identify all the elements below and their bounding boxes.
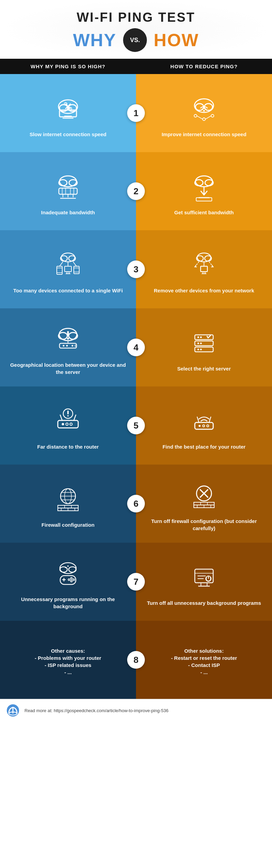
- row-6-left-label: Firewall configuration: [41, 521, 95, 528]
- row-2-left-label: Inadequate bandwidth: [41, 209, 95, 216]
- svg-point-126: [71, 578, 72, 579]
- remove-devices-icon: [187, 248, 221, 282]
- row-2-right-label: Get sufficient bandwidth: [174, 209, 234, 216]
- footer-logo: [7, 704, 19, 717]
- svg-point-95: [199, 425, 201, 427]
- svg-point-82: [200, 348, 202, 350]
- slow-connection-icon: [51, 92, 85, 126]
- many-devices-icon: [51, 248, 85, 282]
- row-8-right: Other solutions: - Restart or reset the …: [136, 621, 272, 699]
- row-8-number: 8: [127, 651, 145, 669]
- svg-point-79: [198, 342, 199, 344]
- far-router-icon: [51, 404, 85, 438]
- row-6-right: Turn off firewall configuration (but con…: [136, 465, 272, 543]
- svg-point-81: [198, 348, 199, 350]
- get-bandwidth-icon: [187, 170, 221, 204]
- row-1-number: 1: [127, 104, 145, 122]
- firewall-icon: [51, 483, 85, 517]
- svg-point-13: [203, 110, 205, 111]
- row-5-left-label: Far distance to the router: [37, 443, 99, 450]
- svg-point-130: [65, 567, 66, 568]
- svg-point-71: [72, 345, 73, 347]
- row-3-number: 3: [127, 260, 145, 278]
- row-2-number: 2: [127, 182, 145, 200]
- row-3-left: Too many devices connected to a single W…: [0, 230, 136, 308]
- svg-point-88: [70, 423, 72, 425]
- row-8-left: Other causes: - Problems with your route…: [0, 621, 136, 699]
- svg-line-85: [74, 415, 76, 420]
- row-5-right-label: Find the best place for your router: [163, 443, 245, 450]
- svg-line-17: [197, 116, 203, 119]
- row-8: Other causes: - Problems with your route…: [0, 621, 272, 699]
- svg-point-14: [194, 114, 197, 117]
- row-1-right-label: Improve internet connection speed: [162, 131, 246, 138]
- svg-rect-92: [195, 422, 213, 429]
- svg-point-128: [71, 580, 72, 582]
- row-4-right-label: Select the right server: [177, 365, 231, 372]
- improve-connection-icon: [187, 92, 221, 126]
- row-5-left: Far distance to the router: [0, 386, 136, 465]
- svg-rect-66: [67, 331, 69, 337]
- svg-rect-90: [67, 411, 69, 414]
- why-label: WHY: [73, 30, 116, 50]
- row-3: Too many devices connected to a single W…: [0, 230, 272, 308]
- svg-point-15: [203, 118, 205, 121]
- myspeed-logo: [7, 704, 19, 717]
- svg-point-97: [207, 425, 209, 427]
- row-8-right-label: Other solutions: - Restart or reset the …: [171, 647, 237, 676]
- row-2-right: Get sufficient bandwidth: [136, 152, 272, 230]
- svg-point-19: [60, 176, 76, 187]
- svg-point-122: [69, 567, 76, 572]
- row-4-number: 4: [127, 339, 145, 356]
- svg-line-40: [60, 262, 63, 266]
- svg-rect-50: [74, 266, 79, 274]
- row-1-left-label: Slow internet connection speed: [30, 131, 106, 138]
- footer: Read more at: https://gospeedcheck.com/a…: [0, 699, 272, 721]
- svg-line-84: [60, 415, 62, 420]
- svg-rect-43: [57, 266, 62, 274]
- svg-point-96: [203, 425, 205, 427]
- inadequate-bandwidth-icon: [51, 170, 85, 204]
- svg-line-93: [197, 417, 199, 422]
- row-7-number: 7: [127, 573, 145, 591]
- svg-line-42: [73, 262, 76, 266]
- svg-point-80: [200, 342, 202, 344]
- row-1-left: Slow internet connection speed: [0, 74, 136, 152]
- main-title: WI-FI PING TEST: [7, 10, 265, 25]
- svg-rect-103: [58, 505, 78, 508]
- row-7-right-label: Turn off all unnecessary background prog…: [147, 599, 261, 607]
- svg-rect-113: [194, 502, 214, 505]
- row-4: Geographical location between your devic…: [0, 308, 272, 386]
- svg-point-31: [196, 176, 213, 187]
- svg-rect-46: [65, 266, 71, 272]
- left-col-header: WHY MY PING IS SO HIGH?: [0, 59, 136, 74]
- svg-point-16: [211, 114, 214, 117]
- svg-point-91: [67, 415, 69, 416]
- svg-point-77: [198, 336, 199, 338]
- svg-point-72: [75, 345, 77, 347]
- svg-rect-58: [201, 266, 207, 272]
- row-3-right: Remove other devices from your network: [136, 230, 272, 308]
- svg-point-70: [66, 345, 68, 347]
- row-7-left-label: Unnecessary programs running on the back…: [7, 596, 129, 610]
- svg-point-129: [68, 579, 70, 581]
- svg-line-94: [209, 417, 211, 422]
- background-programs-icon: [51, 557, 85, 591]
- row-3-right-label: Remove other devices from your network: [154, 287, 254, 294]
- row-6-right-label: Turn off firewall configuration (but con…: [143, 518, 265, 532]
- svg-point-37: [61, 253, 75, 262]
- row-6-left: Firewall configuration: [0, 465, 136, 543]
- svg-point-78: [200, 336, 202, 338]
- svg-rect-22: [59, 188, 77, 194]
- row-6-number: 6: [127, 495, 145, 512]
- row-5-right: Find the best place for your router: [136, 386, 272, 465]
- row-7: Unnecessary programs running on the back…: [0, 543, 272, 621]
- svg-point-131: [67, 565, 69, 567]
- svg-line-18: [205, 116, 211, 119]
- svg-point-87: [66, 423, 68, 425]
- svg-rect-68: [60, 343, 76, 348]
- row-7-right: Turn off all unnecessary background prog…: [136, 543, 272, 621]
- footer-read-more: Read more at: https://gospeedcheck.com/a…: [24, 708, 168, 713]
- row-6: Firewall configuration 6 Turn off firewa…: [0, 465, 272, 543]
- why-how-row: WHY VS. HOW: [7, 28, 265, 52]
